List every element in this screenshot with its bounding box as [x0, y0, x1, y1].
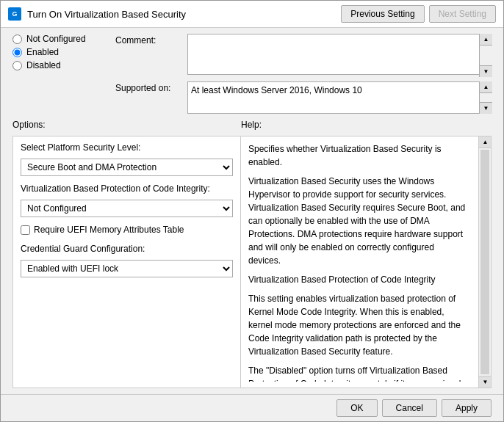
uefi-checkbox-row: Require UEFI Memory Attributes Table: [21, 225, 233, 235]
comment-field-wrap: ▲ ▼: [187, 34, 492, 77]
code-integrity-select[interactable]: Not Configured Enabled without lock Enab…: [21, 200, 233, 217]
comment-scrollbar: ▲ ▼: [479, 34, 492, 77]
right-fields: Comment: ▲ ▼ Supported on: At least: [115, 34, 492, 114]
section-headers: Options: Help:: [1, 117, 503, 131]
content-area: Not Configured Enabled Disabled Comment:: [1, 28, 503, 421]
help-column: Specifies whether Virtualization Based S…: [241, 137, 491, 388]
help-para-4: The "Disabled" option turns off Virtuali…: [248, 364, 469, 382]
supported-scroll-down[interactable]: ▼: [480, 102, 492, 114]
cancel-button[interactable]: Cancel: [382, 399, 437, 417]
options-column: Select Platform Security Level: Secure B…: [13, 137, 241, 388]
help-para-2: Virtualization Based Protection of Code …: [248, 273, 469, 286]
radio-not-configured[interactable]: [12, 34, 22, 44]
supported-scroll-up[interactable]: ▲: [480, 81, 492, 93]
next-setting-button[interactable]: Next Setting: [429, 5, 496, 23]
platform-security-label: Select Platform Security Level:: [21, 142, 233, 153]
title-bar: G Turn On Virtualization Based Security …: [1, 1, 503, 28]
supported-on-row: Supported on: At least Windows Server 20…: [115, 81, 492, 114]
platform-security-select[interactable]: Secure Boot and DMA Protection Secure Bo…: [21, 159, 233, 176]
two-column-panel: Select Platform Security Level: Secure B…: [12, 136, 492, 388]
title-bar-left: G Turn On Virtualization Based Security: [8, 7, 186, 21]
header-buttons: Previous Setting Next Setting: [341, 5, 496, 23]
radio-disabled[interactable]: [12, 61, 22, 70]
comment-label: Comment:: [115, 34, 181, 46]
radio-not-configured-label: Not Configured: [26, 34, 86, 44]
supported-scrollbar: ▲ ▼: [479, 81, 492, 114]
comment-textarea[interactable]: [187, 34, 492, 75]
supported-on-value: At least Windows Server 2016, Windows 10: [187, 81, 492, 114]
radio-enabled-label: Enabled: [26, 47, 59, 57]
radio-disabled-label: Disabled: [26, 60, 61, 70]
credential-guard-select[interactable]: Disabled Enabled with UEFI lock Enabled …: [21, 260, 233, 277]
radio-enabled-row: Enabled: [12, 47, 101, 57]
comment-row: Comment: ▲ ▼: [115, 34, 492, 77]
radio-not-configured-row: Not Configured: [12, 34, 101, 44]
dialog-window: G Turn On Virtualization Based Security …: [0, 0, 504, 422]
radio-disabled-row: Disabled: [12, 60, 101, 70]
help-text-area: Specifies whether Virtualization Based S…: [248, 142, 483, 382]
radio-group: Not Configured Enabled Disabled: [12, 34, 101, 114]
bottom-bar: OK Cancel Apply: [1, 394, 503, 421]
help-scrollbar: ▲ ▼: [478, 137, 491, 388]
comment-scroll-down[interactable]: ▼: [480, 65, 492, 77]
help-para-0: Specifies whether Virtualization Based S…: [248, 142, 469, 169]
help-scroll-up[interactable]: ▲: [479, 137, 491, 148]
ok-button[interactable]: OK: [336, 399, 377, 417]
apply-button[interactable]: Apply: [442, 399, 492, 417]
comment-scroll-up[interactable]: ▲: [480, 34, 492, 46]
help-para-1: Virtualization Based Security uses the W…: [248, 175, 469, 267]
help-section-label: Help:: [241, 120, 492, 130]
previous-setting-button[interactable]: Previous Setting: [341, 5, 424, 23]
dialog-title: Turn On Virtualization Based Security: [27, 9, 186, 20]
help-para-3: This setting enables virtualization base…: [248, 292, 469, 358]
code-integrity-label: Virtualization Based Protection of Code …: [21, 183, 233, 194]
supported-on-wrap: At least Windows Server 2016, Windows 10…: [187, 81, 492, 114]
svg-text:G: G: [12, 10, 17, 18]
options-section-label: Options:: [12, 120, 240, 130]
supported-on-label: Supported on:: [115, 81, 181, 93]
supported-on-text: At least Windows Server 2016, Windows 10: [191, 85, 362, 95]
radio-enabled[interactable]: [12, 48, 22, 57]
uefi-memory-label: Require UEFI Memory Attributes Table: [34, 225, 184, 235]
uefi-memory-checkbox[interactable]: [21, 225, 30, 235]
help-scroll-thumb: [480, 150, 489, 374]
dialog-icon: G: [8, 7, 21, 21]
credential-guard-label: Credential Guard Configuration:: [21, 244, 233, 254]
help-scroll-down[interactable]: ▼: [479, 376, 491, 388]
